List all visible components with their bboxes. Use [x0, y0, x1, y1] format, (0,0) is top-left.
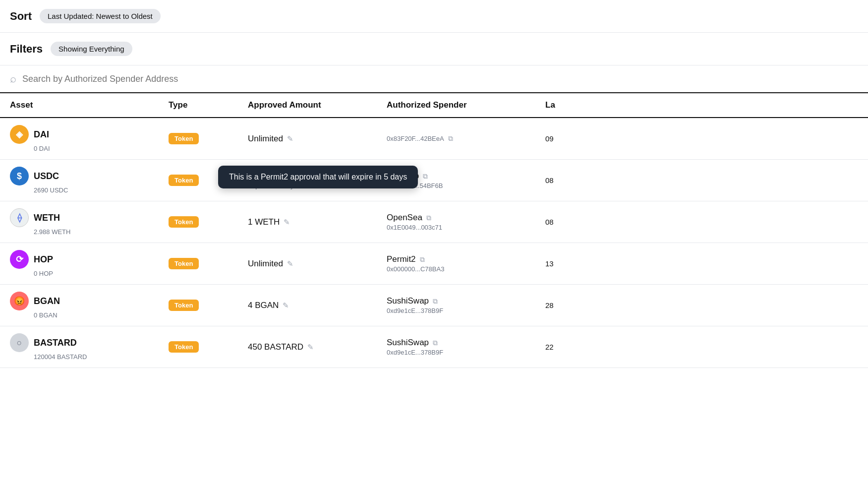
spender-address-text: 0xd9e1cE...378B9F: [387, 307, 443, 314]
asset-icon: $: [10, 167, 29, 185]
sort-label: Sort: [10, 10, 32, 23]
asset-cell: ○ BASTARD 120004 BASTARD: [10, 333, 169, 361]
copy-icon[interactable]: ⧉: [433, 339, 438, 347]
asset-name: HOP: [34, 254, 53, 265]
table-row[interactable]: ◈ DAI 0 DAI Token Unlimited ✎ 0x83F20F..…: [0, 118, 868, 160]
amount-cell: Unlimited ✎: [248, 259, 387, 269]
asset-name-row: ⟠ WETH: [10, 208, 169, 227]
search-icon: ⌕: [10, 72, 16, 85]
amount-cell: 1 WETH ✎: [248, 217, 387, 227]
asset-balance: 0 HOP: [34, 270, 169, 277]
amount-main: Unlimited ✎: [248, 259, 387, 269]
table-row[interactable]: ⟳ HOP 0 HOP Token Unlimited ✎ Permit2 ⧉ …: [0, 243, 868, 285]
amount-main: Unlimited ✎: [248, 134, 387, 144]
asset-name: WETH: [34, 213, 60, 223]
token-badge: Token: [169, 175, 199, 186]
header-authorized-spender: Authorized Spender: [387, 100, 545, 110]
amount-value: Unlimited: [248, 134, 283, 144]
asset-cell: 😡 BGAN 0 BGAN: [10, 292, 169, 319]
header-type: Type: [169, 100, 248, 110]
type-cell: Token: [169, 300, 248, 311]
token-badge: Token: [169, 216, 199, 228]
asset-balance: 0 DAI: [34, 145, 169, 152]
token-badge: Token: [169, 133, 199, 144]
asset-balance: 120004 BASTARD: [34, 353, 169, 361]
asset-name-row: ⟳ HOP: [10, 250, 169, 269]
asset-name-row: $ USDC: [10, 167, 169, 185]
asset-balance: 2.988 WETH: [34, 228, 169, 236]
table-header: Asset Type Approved Amount Authorized Sp…: [0, 93, 868, 118]
asset-name: USDC: [34, 171, 59, 182]
table-row[interactable]: ○ BASTARD 120004 BASTARD Token 450 BASTA…: [0, 326, 868, 368]
table-body: ◈ DAI 0 DAI Token Unlimited ✎ 0x83F20F..…: [0, 118, 868, 368]
spender-name-row: SushiSwap ⧉: [387, 338, 545, 348]
amount-value: 450 BASTARD: [248, 342, 303, 352]
last-updated: 08: [545, 218, 858, 226]
spender-name: SushiSwap: [387, 338, 429, 348]
type-cell: Token: [169, 258, 248, 269]
edit-icon[interactable]: ✎: [287, 259, 293, 268]
asset-balance: 0 BGAN: [34, 311, 169, 319]
amount-main: 4 BGAN ✎: [248, 301, 387, 310]
copy-icon[interactable]: ⧉: [420, 255, 425, 264]
spender-address: 0x000000...C78BA3: [387, 265, 545, 273]
asset-icon: 😡: [10, 292, 29, 310]
last-updated: 13: [545, 259, 858, 268]
spender-name: Permit2: [387, 254, 416, 264]
filters-bar: Filters Showing Everything: [0, 33, 868, 65]
last-updated: 28: [545, 301, 858, 309]
copy-icon[interactable]: ⧉: [433, 297, 438, 306]
filters-label: Filters: [10, 43, 43, 56]
header-approved-amount: Approved Amount: [248, 100, 387, 110]
header-last-updated: La: [545, 100, 858, 110]
sort-bar: Sort Last Updated: Newest to Oldest: [0, 0, 868, 33]
type-cell: Token: [169, 133, 248, 144]
edit-icon[interactable]: ✎: [283, 301, 289, 310]
spender-name-row: 0x83F20F...42BEeA ⧉: [387, 134, 545, 143]
edit-icon[interactable]: ✎: [307, 343, 314, 352]
tooltip: This is a Permit2 approval that will exp…: [218, 166, 418, 188]
last-updated: 08: [545, 176, 858, 184]
asset-icon: ⟠: [10, 208, 29, 227]
search-bar: ⌕: [0, 65, 868, 93]
type-cell: Token: [169, 216, 248, 228]
copy-icon[interactable]: ⧉: [426, 214, 431, 222]
spender-name-row: OpenSea ⧉: [387, 213, 545, 223]
spender-name-row: SushiSwap ⧉: [387, 296, 545, 306]
approvals-table: Asset Type Approved Amount Authorized Sp…: [0, 93, 868, 368]
last-updated: 09: [545, 134, 858, 143]
amount-value: 4 BGAN: [248, 301, 279, 310]
amount-main: 1 WETH ✎: [248, 217, 387, 227]
asset-icon: ○: [10, 333, 29, 352]
header-asset: Asset: [10, 100, 169, 110]
asset-cell: $ USDC 2690 USDC: [10, 167, 169, 194]
spender-cell: 0x83F20F...42BEeA ⧉: [387, 134, 545, 143]
spender-cell: SushiSwap ⧉ 0xd9e1cE...378B9F: [387, 338, 545, 356]
asset-name: DAI: [34, 129, 49, 140]
table-row[interactable]: ⟠ WETH 2.988 WETH Token 1 WETH ✎ OpenSea…: [0, 201, 868, 243]
asset-balance: 2690 USDC: [34, 186, 169, 194]
token-badge: Token: [169, 258, 199, 269]
asset-cell: ⟠ WETH 2.988 WETH: [10, 208, 169, 236]
asset-icon: ◈: [10, 125, 29, 144]
spender-address-text: 0x000000...C78BA3: [387, 265, 444, 273]
search-input[interactable]: [22, 74, 858, 84]
spender-cell: Permit2 ⧉ 0x000000...C78BA3: [387, 254, 545, 273]
table-row[interactable]: $ USDC 2690 USDC Token 2000 USDC ✎ Expir…: [0, 160, 868, 201]
copy-icon[interactable]: ⧉: [448, 134, 453, 143]
asset-name: BASTARD: [34, 338, 77, 348]
amount-cell: Unlimited ✎: [248, 134, 387, 144]
asset-name-row: 😡 BGAN: [10, 292, 169, 310]
amount-cell: 4 BGAN ✎: [248, 301, 387, 310]
filters-badge[interactable]: Showing Everything: [51, 42, 132, 56]
copy-icon[interactable]: ⧉: [423, 172, 428, 181]
edit-icon[interactable]: ✎: [287, 134, 293, 143]
type-cell: Token: [169, 341, 248, 353]
asset-name-row: ○ BASTARD: [10, 333, 169, 352]
spender-address-text: 0x1E0049...003c71: [387, 224, 442, 231]
table-row[interactable]: 😡 BGAN 0 BGAN Token 4 BGAN ✎ SushiSwap ⧉…: [0, 285, 868, 326]
amount-main: 450 BASTARD ✎: [248, 342, 387, 352]
sort-badge[interactable]: Last Updated: Newest to Oldest: [40, 9, 161, 23]
token-badge: Token: [169, 300, 199, 311]
edit-icon[interactable]: ✎: [284, 218, 290, 227]
